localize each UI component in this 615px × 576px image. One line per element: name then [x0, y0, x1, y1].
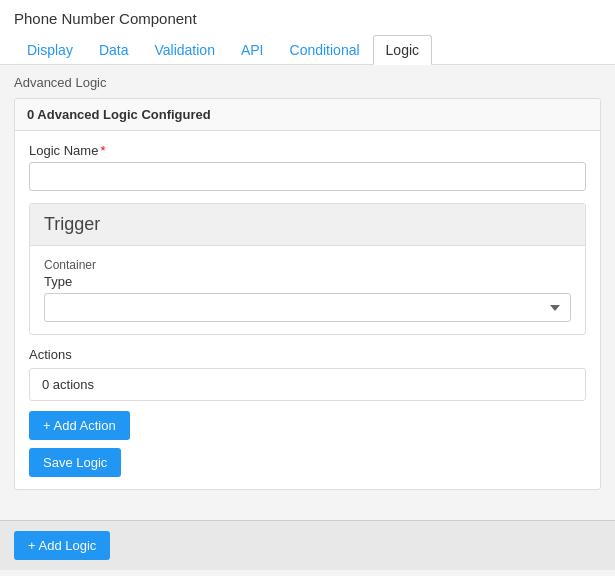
logic-card-body: Logic Name* Trigger Container Type Actio… [15, 131, 600, 489]
footer-bar: + Add Logic [0, 520, 615, 570]
type-select[interactable] [44, 293, 571, 322]
container-label: Container [44, 258, 571, 272]
add-logic-button[interactable]: + Add Logic [14, 531, 110, 560]
tab-api[interactable]: API [228, 35, 277, 64]
tab-display[interactable]: Display [14, 35, 86, 64]
actions-label: Actions [29, 347, 586, 362]
trigger-box: Trigger Container Type [29, 203, 586, 335]
save-logic-button[interactable]: Save Logic [29, 448, 121, 477]
type-label: Type [44, 274, 571, 289]
tabs-container: Display Data Validation API Conditional … [14, 35, 601, 64]
page-header: Phone Number Component Display Data Vali… [0, 0, 615, 65]
add-action-button[interactable]: + Add Action [29, 411, 130, 440]
logic-name-label: Logic Name* [29, 143, 586, 158]
tab-conditional[interactable]: Conditional [277, 35, 373, 64]
logic-card-header: 0 Advanced Logic Configured [15, 99, 600, 131]
content-area: Advanced Logic 0 Advanced Logic Configur… [0, 65, 615, 510]
trigger-header: Trigger [30, 204, 585, 246]
actions-section: Actions 0 actions + Add Action Save Logi… [29, 347, 586, 477]
tab-logic[interactable]: Logic [373, 35, 432, 65]
tab-validation[interactable]: Validation [141, 35, 227, 64]
tab-data[interactable]: Data [86, 35, 142, 64]
section-label: Advanced Logic [14, 75, 601, 90]
required-indicator: * [100, 143, 105, 158]
logic-name-input[interactable] [29, 162, 586, 191]
page-title: Phone Number Component [14, 10, 601, 27]
actions-count-box: 0 actions [29, 368, 586, 401]
trigger-body: Container Type [30, 246, 585, 334]
logic-card: 0 Advanced Logic Configured Logic Name* … [14, 98, 601, 490]
